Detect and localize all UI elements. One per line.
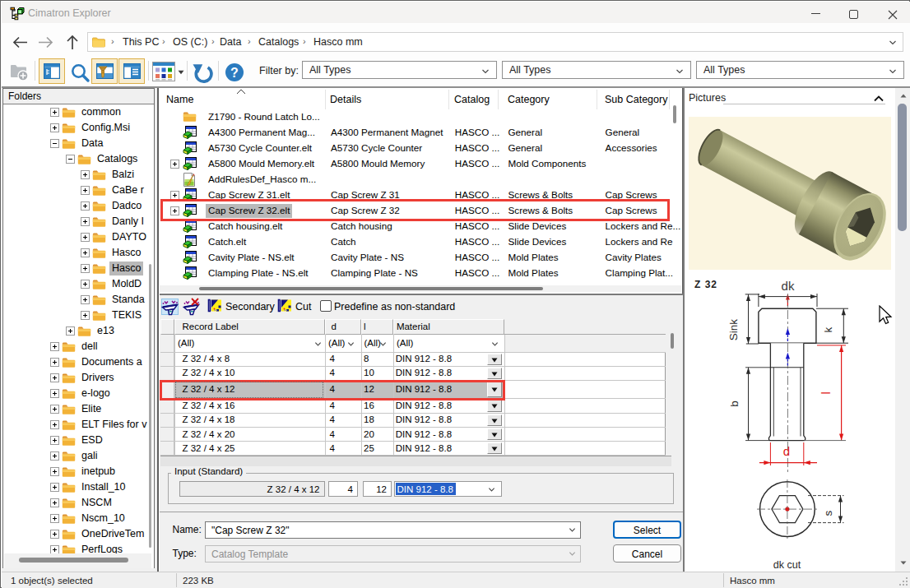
svg-text:b: b bbox=[728, 400, 741, 407]
svg-text:?: ? bbox=[230, 66, 239, 80]
svg-text:dk: dk bbox=[782, 279, 795, 293]
svg-text:d: d bbox=[783, 444, 790, 458]
svg-text:k: k bbox=[822, 326, 834, 332]
svg-text:s: s bbox=[822, 510, 834, 516]
svg-text:Sink: Sink bbox=[727, 319, 740, 341]
svg-text:dk cut: dk cut bbox=[773, 559, 801, 570]
svg-text:l: l bbox=[819, 391, 833, 394]
